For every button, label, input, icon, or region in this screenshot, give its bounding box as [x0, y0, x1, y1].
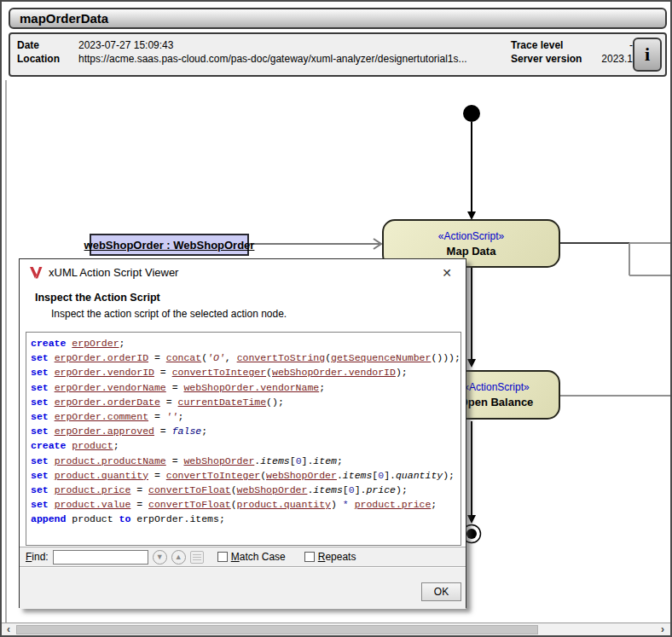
final-node[interactable]: [466, 529, 477, 539]
stereotype-label: «ActionScript»: [438, 230, 504, 242]
arrowhead-icon: [467, 515, 476, 524]
highlight-all-icon[interactable]: [190, 551, 204, 564]
repeats-option[interactable]: Repeats: [304, 551, 356, 563]
repeats-label: Repeats: [318, 551, 356, 563]
ok-button[interactable]: OK: [421, 582, 461, 601]
find-toolbar: Find: ▼ ▲ Match Case Repeats: [20, 547, 466, 567]
action-script-code[interactable]: create erpOrder;set erpOrder.orderID = c…: [26, 332, 461, 546]
dialog-button-row: OK: [20, 568, 466, 609]
arrowhead-icon: [467, 359, 476, 368]
location-label: Location: [17, 53, 60, 65]
server-version-label: Server version: [511, 53, 582, 65]
xuml-logo-icon: [30, 266, 43, 279]
object-node-webshoporder[interactable]: webShopOrder : WebShopOrder: [90, 234, 249, 256]
server-version-value: 2023.1: [590, 53, 633, 65]
page-title-text: mapOrderData: [20, 11, 108, 26]
find-input[interactable]: [53, 550, 148, 565]
match-case-option[interactable]: Match Case: [217, 551, 286, 563]
scroll-right-icon[interactable]: ›: [656, 623, 669, 635]
trace-level-value: -: [590, 39, 633, 51]
initial-node[interactable]: [463, 105, 480, 122]
trace-level-label: Trace level: [511, 39, 563, 51]
scrollbar-thumb[interactable]: [16, 625, 538, 634]
trace-info-panel: Date 2023-07-27 15:09:43 Location https:…: [9, 32, 667, 77]
date-label: Date: [17, 39, 39, 51]
date-value: 2023-07-27 15:09:43: [78, 39, 173, 51]
scroll-left-icon[interactable]: ‹: [2, 623, 15, 635]
object-node-label: webShopOrder : WebShopOrder: [84, 239, 255, 252]
node-name: Open Balance: [460, 396, 534, 408]
find-next-icon[interactable]: ▼: [153, 550, 167, 565]
stereotype-label: «ActionScript»: [463, 381, 529, 393]
dialog-description: Inspect the action script of the selecte…: [51, 308, 287, 320]
match-case-label: Match Case: [231, 551, 286, 563]
node-name: Map Data: [447, 245, 496, 258]
action-script-viewer-dialog: xUML Action Script Viewer ✕ Inspect the …: [19, 258, 466, 608]
repeats-checkbox[interactable]: [304, 552, 315, 562]
match-case-checkbox[interactable]: [217, 552, 228, 562]
find-previous-icon[interactable]: ▲: [171, 550, 186, 565]
open-arrowhead-icon: [374, 239, 381, 249]
close-icon[interactable]: ✕: [438, 265, 455, 281]
info-icon: i: [645, 43, 650, 66]
app-window: mapOrderData Date 2023-07-27 15:09:43 Lo…: [0, 0, 672, 637]
dialog-title: xUML Action Script Viewer: [49, 266, 438, 279]
info-button[interactable]: i: [633, 38, 662, 72]
horizontal-scrollbar[interactable]: ‹ ›: [2, 623, 670, 635]
find-label: Find:: [26, 551, 49, 563]
dialog-heading: Inspect the Action Script: [35, 292, 160, 304]
location-value: https://acme.saas.pas-cloud.com/pas-doc/…: [78, 53, 467, 65]
dialog-titlebar: xUML Action Script Viewer ✕: [20, 259, 466, 286]
page-title: mapOrderData: [9, 8, 667, 29]
